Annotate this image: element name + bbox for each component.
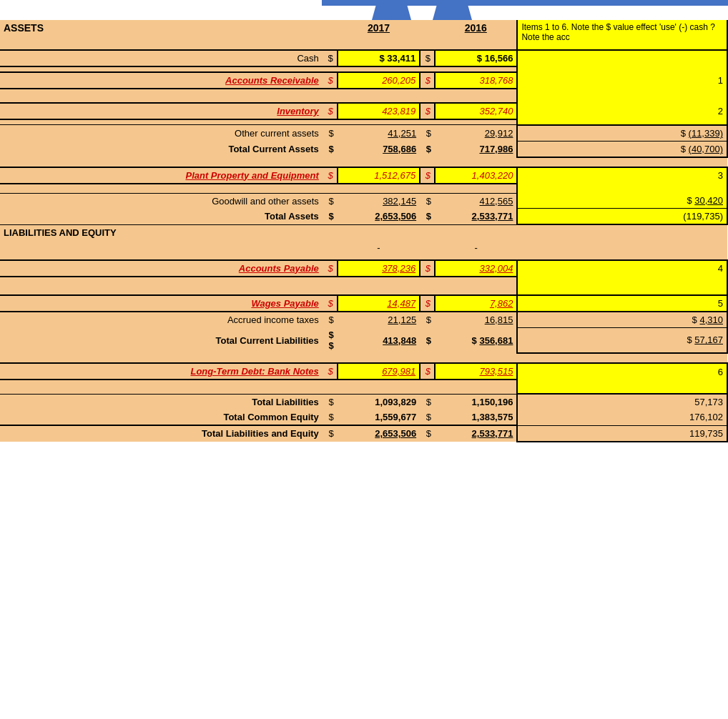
gw-dollar3: $ [687,195,692,206]
ar-2017: 260,205 [382,75,415,86]
tce-2016: 1,383,575 [472,412,513,422]
wp-dollar2: $ [426,298,431,309]
gw-note: 30,420 [694,195,723,206]
dash-row: - - [0,240,727,255]
tle-dollar1: $ [329,428,334,439]
tl-dollar1: $ [329,397,334,407]
ltd-2016: 793,515 [479,366,513,377]
spacer-19 [0,380,727,385]
cash-dollar1: $ [328,53,333,64]
oca-dollar1: $ [329,128,334,139]
ltd-note: 6 [718,367,723,377]
oca-dollar3: $ [681,128,686,139]
ap-note: 4 [718,263,723,274]
spacer-9 [0,162,727,167]
at-dollar3: $ [692,314,697,325]
spacer-16 [0,290,727,295]
total-assets-row: Total Assets $ 2,653,506 $ 2,533,771 (11… [0,209,727,225]
spacer-10 [0,184,727,189]
tca-dollar3: $ [681,144,686,154]
at-2017: 21,125 [388,314,416,325]
tle-2017: 2,653,506 [375,428,416,439]
tca-2017: 758,686 [383,144,416,154]
dash-2017: - [377,242,380,253]
spacer-7 [0,119,727,125]
at-dollar1: $ [329,314,334,325]
note-text: Items 1 to 6. Note the $ value effect 'u… [521,22,715,42]
ta-2016: 2,533,771 [472,211,513,222]
plant-property-row: Plant Property and Equipment $ 1,512,675… [0,167,727,184]
total-liabilities-equity-row: Total Liabilities and Equity $ 2,653,506… [0,425,727,442]
year-2017: 2017 [338,20,420,36]
tl-dollar2: $ [426,397,431,407]
tcl-2016: 356,681 [479,335,513,346]
tca-note: (40,700) [689,144,723,154]
tle-2016: 2,533,771 [472,428,513,439]
tca-dollar1: $ [329,144,334,154]
spacer-21 [0,389,727,394]
oca-2016: 29,912 [485,128,513,139]
spacer-18 [0,358,727,363]
tcl-2017: 413,848 [383,335,416,346]
gw-dollar1: $ [329,196,334,207]
cash-row: Cash $ $ 33,411 $ $ 16,566 [0,50,727,66]
tcl-dollar5: $ [687,334,692,345]
spacer-6 [0,98,727,103]
at-dollar2: $ [426,314,431,325]
tcl-dollar1: $ [329,329,334,340]
ltd-dollar1: $ [328,366,333,377]
pp-note: 3 [718,170,723,181]
inv-label: Inventory [277,106,319,116]
gw-label: Goodwill and other assets [212,196,319,207]
oca-2017: 41,251 [388,128,416,139]
year-2016: 2016 [435,20,517,36]
spacer-17 [0,353,727,358]
inv-2016: 352,740 [479,106,513,116]
accounts-payable-row: Accounts Payable $ 378,236 $ 332,004 4 [0,260,727,277]
tl-2016: 1,150,196 [472,397,513,407]
pp-2016: 1,403,220 [472,170,513,181]
tle-dollar2: $ [426,428,431,439]
ltd-label: Long-Term Debt: Bank Notes [190,366,318,377]
ar-dollar2: $ [426,75,431,86]
total-common-equity-row: Total Common Equity $ 1,559,677 $ 1,383,… [0,410,727,425]
total-current-assets-row: Total Current Assets $ 758,686 $ 717,986… [0,141,727,157]
tce-dollar2: $ [426,412,431,422]
year-header-row: ASSETS 2017 2016 Items 1 to 6. Note the … [0,20,727,36]
pp-dollar1: $ [328,170,333,181]
ap-dollar1: $ [328,263,333,274]
inv-2017: 423,819 [382,106,415,116]
wp-note: 5 [718,298,723,309]
ar-label: Accounts Receivable [225,75,319,86]
spacer-3 [0,66,727,72]
pp-label: Plant Property and Equipment [185,170,318,181]
tce-dollar1: $ [329,412,334,422]
ap-label: Accounts Payable [239,263,319,274]
ar-dollar1: $ [328,75,333,86]
ap-2016: 332,004 [479,263,513,274]
oca-note: (11,339) [689,128,723,139]
tce-label: Total Common Equity [223,412,318,422]
main-container: ASSETS 2017 2016 Items 1 to 6. Note the … [0,0,728,442]
tcl-dollar2: $ [329,340,334,351]
ap-dollar2: $ [426,263,431,274]
spacer-12 [0,255,727,260]
cash-2016: $ 16,566 [477,53,513,64]
inv-dollar2: $ [426,106,431,116]
ta-dollar1: $ [329,211,334,222]
spacer-8 [0,157,727,162]
at-label: Accrued income taxes [227,314,319,325]
gw-2017: 382,145 [383,196,416,207]
tca-dollar2: $ [426,144,431,154]
spacer-13 [0,277,727,282]
ar-2016: 318,768 [479,75,513,86]
cash-label: Cash [297,53,318,64]
total-liabilities-row: Total Liabilities $ 1,093,829 $ 1,150,19… [0,394,727,410]
tle-note: 119,735 [689,428,723,439]
accounts-receivable-row: Accounts Receivable $ 260,205 $ 318,768 … [0,72,727,89]
ta-label: Total Assets [265,211,319,222]
tcl-label: Total Current Liabilities [216,335,319,346]
tcl-dollar4: $ [472,335,477,346]
pp-dollar2: $ [426,170,431,181]
inv-dollar1: $ [328,106,333,116]
